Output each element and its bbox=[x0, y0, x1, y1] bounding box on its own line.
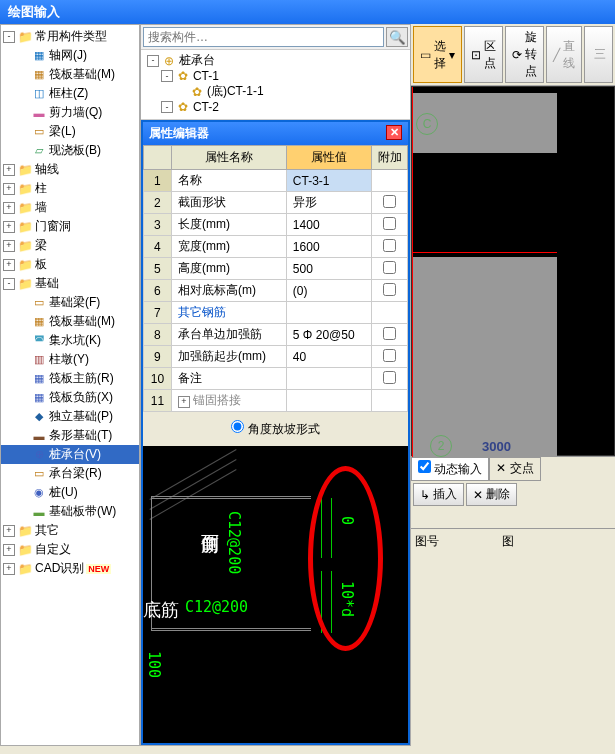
tree-item[interactable]: ▬剪力墙(Q) bbox=[1, 103, 139, 122]
tree-item[interactable]: ▦筏板负筋(X) bbox=[1, 388, 139, 407]
tree-item[interactable]: ◫框柱(Z) bbox=[1, 84, 139, 103]
tree-item[interactable]: ▦轴网(J) bbox=[1, 46, 139, 65]
subtree-item[interactable]: -✿CT-2 bbox=[145, 100, 406, 114]
property-row[interactable]: 2截面形状异形 bbox=[143, 192, 407, 214]
search-input[interactable] bbox=[143, 27, 384, 47]
tree-item[interactable]: -📁基础 bbox=[1, 274, 139, 293]
tree-toggle-icon[interactable]: + bbox=[3, 240, 15, 252]
property-row[interactable]: 5高度(mm)500 bbox=[143, 258, 407, 280]
tree-item[interactable]: ◚集水坑(K) bbox=[1, 331, 139, 350]
tree-item[interactable]: +📁梁 bbox=[1, 236, 139, 255]
property-row[interactable]: 6相对底标高(m)(0) bbox=[143, 280, 407, 302]
prop-value[interactable] bbox=[286, 368, 371, 390]
tree-toggle-icon[interactable]: - bbox=[161, 101, 173, 113]
prop-check[interactable] bbox=[372, 170, 408, 192]
tree-item[interactable]: +📁板 bbox=[1, 255, 139, 274]
tree-item[interactable]: ▬基础板带(W) bbox=[1, 502, 139, 521]
tree-toggle-icon[interactable]: + bbox=[3, 259, 15, 271]
tree-item[interactable]: ▭梁(L) bbox=[1, 122, 139, 141]
prop-value[interactable]: (0) bbox=[286, 280, 371, 302]
tree-item[interactable]: ▬条形基础(T) bbox=[1, 426, 139, 445]
tree-item[interactable]: ◉桩(U) bbox=[1, 483, 139, 502]
tree-item[interactable]: -📁常用构件类型 bbox=[1, 27, 139, 46]
property-row[interactable]: 7其它钢筋 bbox=[143, 302, 407, 324]
subtree-label: 桩承台 bbox=[179, 52, 215, 69]
prop-check[interactable] bbox=[372, 302, 408, 324]
prop-value[interactable]: 1600 bbox=[286, 236, 371, 258]
tree-item[interactable]: +📁墙 bbox=[1, 198, 139, 217]
property-row[interactable]: 3长度(mm)1400 bbox=[143, 214, 407, 236]
tree-item-label: 现浇板(B) bbox=[49, 142, 101, 159]
tree-item[interactable]: +📁门窗洞 bbox=[1, 217, 139, 236]
prop-value[interactable]: 5 Φ 20@50 bbox=[286, 324, 371, 346]
prop-check[interactable] bbox=[372, 258, 408, 280]
main-cad-view[interactable]: C 2 3000 bbox=[411, 86, 615, 456]
prop-check[interactable] bbox=[372, 192, 408, 214]
tree-item-icon: 📁 bbox=[17, 562, 33, 576]
prop-check[interactable] bbox=[372, 324, 408, 346]
tree-toggle-icon[interactable]: + bbox=[3, 183, 15, 195]
tree-toggle-icon[interactable]: + bbox=[3, 525, 15, 537]
property-row[interactable]: 4宽度(mm)1600 bbox=[143, 236, 407, 258]
tree-item[interactable]: +📁CAD识别NEW bbox=[1, 559, 139, 578]
property-row[interactable]: 11+锚固搭接 bbox=[143, 390, 407, 412]
property-row[interactable]: 1名称CT-3-1 bbox=[143, 170, 407, 192]
tree-item[interactable]: ▱现浇板(B) bbox=[1, 141, 139, 160]
tab-dynamic-input[interactable]: 动态输入 bbox=[411, 457, 489, 481]
toolbar-button[interactable]: ⊡ 区点 bbox=[464, 26, 503, 83]
toolbar-button[interactable]: ⟳ 旋转点 bbox=[505, 26, 544, 83]
tree-item[interactable]: +📁柱 bbox=[1, 179, 139, 198]
close-icon[interactable]: ✕ bbox=[386, 125, 402, 140]
tree-item[interactable]: +📁其它 bbox=[1, 521, 139, 540]
subtree-item[interactable]: -✿CT-1 bbox=[145, 69, 406, 83]
prop-check[interactable] bbox=[372, 368, 408, 390]
row-number: 5 bbox=[143, 258, 171, 280]
tree-item[interactable]: ▭承台梁(R) bbox=[1, 464, 139, 483]
tree-toggle-icon[interactable]: - bbox=[3, 278, 15, 290]
property-row[interactable]: 8承台单边加强筋5 Φ 20@50 bbox=[143, 324, 407, 346]
tree-item[interactable]: ▦筏板主筋(R) bbox=[1, 369, 139, 388]
property-row[interactable]: 10备注 bbox=[143, 368, 407, 390]
tree-item[interactable]: +📁轴线 bbox=[1, 160, 139, 179]
prop-check[interactable] bbox=[372, 236, 408, 258]
bottom-rebar-spec: C12@200 bbox=[185, 598, 248, 616]
tree-item[interactable]: ▦筏板基础(M) bbox=[1, 312, 139, 331]
search-button[interactable]: 🔍 bbox=[386, 27, 408, 47]
prop-check[interactable] bbox=[372, 346, 408, 368]
tree-item[interactable]: ⊕桩承台(V) bbox=[1, 445, 139, 464]
tree-toggle-icon[interactable]: + bbox=[3, 202, 15, 214]
prop-value[interactable]: 40 bbox=[286, 346, 371, 368]
tree-toggle-icon[interactable]: + bbox=[3, 164, 15, 176]
prop-value[interactable]: 异形 bbox=[286, 192, 371, 214]
tree-item[interactable]: +📁自定义 bbox=[1, 540, 139, 559]
prop-value[interactable]: 500 bbox=[286, 258, 371, 280]
prop-check[interactable] bbox=[372, 390, 408, 412]
prop-value[interactable] bbox=[286, 390, 371, 412]
subtree-item[interactable]: -⊕桩承台 bbox=[145, 52, 406, 69]
prop-value[interactable]: 1400 bbox=[286, 214, 371, 236]
tree-item-icon: 📁 bbox=[17, 30, 33, 44]
slope-radio[interactable]: 角度放坡形式 bbox=[231, 422, 319, 436]
tree-item[interactable]: ▭基础梁(F) bbox=[1, 293, 139, 312]
tree-item[interactable]: ▥柱墩(Y) bbox=[1, 350, 139, 369]
tree-toggle-icon[interactable]: + bbox=[3, 221, 15, 233]
tree-item-icon: ▱ bbox=[31, 144, 47, 158]
tree-toggle-icon[interactable]: - bbox=[147, 55, 159, 67]
subtree-item[interactable]: ✿(底)CT-1-1 bbox=[145, 83, 406, 100]
tree-toggle-icon[interactable]: - bbox=[161, 70, 173, 82]
tree-item[interactable]: ▦筏板基础(M) bbox=[1, 65, 139, 84]
tree-toggle-icon[interactable]: + bbox=[3, 563, 15, 575]
prop-check[interactable] bbox=[372, 280, 408, 302]
insert-button[interactable]: ↳ 插入 bbox=[413, 483, 464, 506]
tree-item[interactable]: ◆独立基础(P) bbox=[1, 407, 139, 426]
delete-button[interactable]: ✕ 删除 bbox=[466, 483, 517, 506]
tree-toggle-icon[interactable]: + bbox=[3, 544, 15, 556]
toolbar-button[interactable]: ▭ 选择 ▾ bbox=[413, 26, 462, 83]
prop-value[interactable]: CT-3-1 bbox=[286, 170, 371, 192]
tree-toggle-icon[interactable]: - bbox=[3, 31, 15, 43]
prop-check[interactable] bbox=[372, 214, 408, 236]
property-editor-window: 属性编辑器 ✕ 属性名称 属性值 附加 1名称CT-3-12截面形状异形3长度(… bbox=[141, 120, 410, 745]
property-row[interactable]: 9加强筋起步(mm)40 bbox=[143, 346, 407, 368]
prop-value[interactable] bbox=[286, 302, 371, 324]
tab-crosspoint[interactable]: ✕ 交点 bbox=[489, 457, 540, 481]
